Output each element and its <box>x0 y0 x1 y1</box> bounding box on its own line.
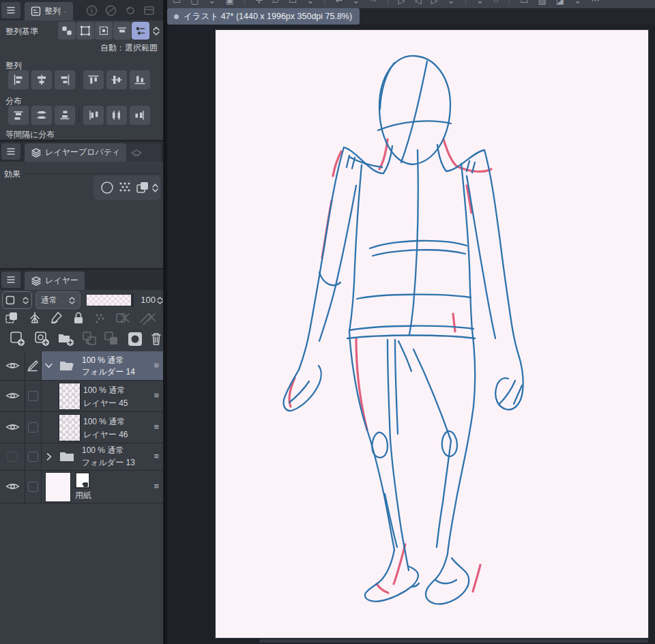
new-layer-settings-button[interactable] <box>34 331 50 347</box>
enable-mask-icon[interactable] <box>115 311 132 325</box>
visibility-eye-icon[interactable] <box>5 391 20 400</box>
distribute-center-v-button[interactable] <box>31 106 52 125</box>
deselect-icon[interactable]: ▨ <box>538 0 547 5</box>
marquee-icon[interactable]: ▭ <box>520 0 528 5</box>
contrast-icon[interactable] <box>105 5 117 16</box>
layer-row-menu-icon[interactable]: ≡ <box>154 360 159 370</box>
align-center-h-button[interactable] <box>31 70 52 89</box>
canvas-viewport[interactable] <box>167 25 655 644</box>
delete-layer-button[interactable] <box>150 331 162 347</box>
transfer-down-button[interactable] <box>82 331 98 347</box>
align-left-button[interactable] <box>8 70 29 89</box>
folder-expand-chevron-icon[interactable] <box>45 363 53 368</box>
palette-color-selector[interactable] <box>2 291 32 309</box>
tab-layer-property[interactable]: レイヤープロパティ <box>25 143 126 162</box>
effect-stepper[interactable] <box>151 179 159 196</box>
tab-layer-property-extra[interactable] <box>124 143 161 162</box>
folder-icon[interactable]: ▱ <box>272 0 279 5</box>
more-icon[interactable]: ⋯ <box>591 0 600 5</box>
distribute-left-button[interactable] <box>83 106 104 125</box>
chevron-down-icon[interactable]: ⌄ <box>476 0 484 5</box>
toolbar-icon-partial[interactable]: ▢ <box>190 0 199 5</box>
layer-checkbox[interactable] <box>28 422 38 433</box>
align-top-button[interactable] <box>83 70 104 89</box>
opacity-slider-handle[interactable] <box>131 293 134 307</box>
distribute-top-button[interactable] <box>8 106 29 125</box>
layer-color-effect-icon[interactable] <box>136 181 149 194</box>
folder-collapsed-chevron-icon[interactable] <box>46 453 52 460</box>
visibility-eye-icon[interactable] <box>5 482 20 491</box>
toolbar-icon-partial[interactable]: ▣ <box>226 0 234 5</box>
undo-icon[interactable] <box>124 5 136 16</box>
panel-menu-button[interactable] <box>1 2 20 18</box>
fill-icon[interactable]: ◪ <box>556 0 564 5</box>
distribute-center-h-button[interactable] <box>106 106 127 125</box>
canvas-page[interactable] <box>216 30 648 638</box>
tab-align[interactable]: 整列 · <box>25 2 73 20</box>
visibility-eye-off[interactable] <box>8 452 18 462</box>
layer-row-menu-icon[interactable]: ≡ <box>154 422 159 432</box>
align-bottom-button[interactable] <box>130 70 150 89</box>
blend-mode-select[interactable]: 通常 <box>35 291 81 309</box>
basis-scatter-button[interactable] <box>58 22 76 40</box>
layer-thumbnail[interactable] <box>59 383 81 410</box>
visibility-eye-icon[interactable] <box>5 422 20 432</box>
tab-layer[interactable]: レイヤー <box>25 272 85 290</box>
cursor-tool-icon[interactable]: ▷ <box>431 0 438 5</box>
opacity-slider[interactable] <box>87 295 132 306</box>
document-tab-active[interactable]: イラスト 47* (1440 x 1996px 350dpi 75.8%) <box>167 8 360 25</box>
chevron-down-icon[interactable]: ⌄ <box>574 0 581 5</box>
align-center-v-button[interactable] <box>106 70 127 89</box>
basis-selection-button[interactable] <box>95 22 113 40</box>
layer-checkbox[interactable] <box>28 391 38 401</box>
border-effect-icon[interactable] <box>100 181 114 194</box>
layer-row-menu-icon[interactable]: ≡ <box>154 451 159 461</box>
ruler-snap-icon[interactable] <box>139 311 156 325</box>
new-folder-button[interactable] <box>57 331 75 347</box>
chevron-down-icon[interactable]: ⌄ <box>209 0 216 5</box>
distribute-bottom-button[interactable] <box>55 106 75 125</box>
save-icon[interactable]: ▭ <box>289 0 297 5</box>
info-icon[interactable] <box>86 5 98 16</box>
lock-layer-icon[interactable] <box>72 311 85 325</box>
create-mask-button[interactable] <box>127 331 143 347</box>
clip-to-layer-below-icon[interactable] <box>5 311 20 325</box>
panel-menu-button[interactable] <box>1 143 20 160</box>
new-canvas-icon[interactable]: ✛ <box>255 0 263 5</box>
layer-row-menu-icon[interactable]: ≡ <box>154 481 159 491</box>
align-right-button[interactable] <box>55 70 75 89</box>
new-layer-button[interactable] <box>10 331 26 347</box>
cursor-tool-icon[interactable]: ▷ <box>398 0 405 5</box>
lock-transparent-pixels-icon[interactable] <box>93 311 108 325</box>
basis-last-selected-button[interactable] <box>132 22 149 40</box>
tone-effect-icon[interactable] <box>118 181 132 194</box>
visibility-eye-icon[interactable] <box>5 361 20 370</box>
chevron-up-icon <box>69 297 75 300</box>
draft-layer-icon[interactable] <box>50 311 63 325</box>
layer-row-menu-icon[interactable]: ≡ <box>154 390 159 400</box>
chevron-down-icon[interactable]: ⌄ <box>306 0 314 5</box>
layer-thumbnail[interactable] <box>59 414 81 441</box>
paper-thumbnail[interactable] <box>45 472 71 502</box>
merge-down-button[interactable] <box>104 331 120 347</box>
lasso-icon[interactable]: ○ <box>493 0 499 5</box>
redo-icon[interactable]: ↪ <box>370 0 377 5</box>
toolbar-icon-partial[interactable]: ▭ <box>173 0 181 5</box>
undo-icon[interactable]: ↩ <box>336 0 343 5</box>
panel-menu-button[interactable] <box>1 272 20 288</box>
distribute-right-button[interactable] <box>130 106 150 125</box>
palette-color-stepper[interactable] <box>23 297 29 304</box>
basis-stepper[interactable] <box>151 22 161 40</box>
layer-checkbox[interactable] <box>28 482 38 492</box>
opacity-value[interactable]: 100 <box>136 295 156 305</box>
horizontal-scrollbar[interactable] <box>259 639 648 643</box>
basis-boundingbox-button[interactable] <box>76 22 94 40</box>
cursor-tool-icon[interactable]: ◁ <box>415 0 422 5</box>
opacity-stepper[interactable] <box>156 293 163 308</box>
reference-layer-icon[interactable] <box>28 311 42 325</box>
chevron-down-icon[interactable]: ⌄ <box>353 0 360 5</box>
layer-checkbox[interactable] <box>28 452 38 462</box>
basis-canvas-button[interactable] <box>113 22 131 40</box>
snapshot-icon[interactable] <box>143 5 156 16</box>
chevron-down-icon[interactable]: ⌄ <box>448 0 455 5</box>
